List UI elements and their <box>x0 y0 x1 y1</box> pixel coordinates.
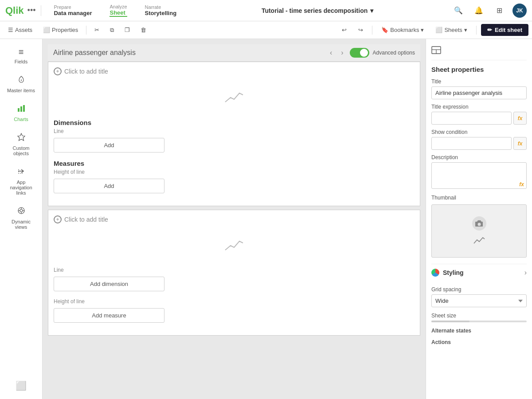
title-expression-fx-button[interactable]: fx <box>513 112 527 125</box>
sidebar-item-custom-objects[interactable]: Custom objects <box>3 128 40 160</box>
plus-icon-1: + <box>54 67 62 75</box>
user-avatar[interactable]: JK <box>512 4 527 18</box>
sidebar-bottom-area: ⬜ <box>3 376 40 395</box>
thumbnail-chart-icon <box>473 236 485 246</box>
sidebar-item-bottom[interactable]: ⬜ <box>3 376 40 395</box>
description-textarea[interactable] <box>431 162 527 189</box>
nav-narrate[interactable]: Narrate Storytelling <box>138 4 184 16</box>
assets-icon: ☰ <box>8 27 13 33</box>
copy-button[interactable]: ⧉ <box>106 25 118 35</box>
description-field-wrap: fx <box>431 162 527 190</box>
nav-analyze[interactable]: Analyze Sheet <box>102 4 134 17</box>
sheet-properties-title: Sheet properties <box>431 66 527 73</box>
redo-icon: ↪ <box>358 27 363 33</box>
measures-heading-1: Measures <box>54 160 415 167</box>
grid-spacing-select[interactable]: Wide Medium Narrow <box>431 294 527 307</box>
sidebar-item-charts[interactable]: Charts <box>3 99 40 126</box>
add-dimension-button-1[interactable]: Add <box>54 138 164 153</box>
sheet-prev-button[interactable]: ‹ <box>327 48 335 58</box>
advanced-options-toggle[interactable]: Advanced options <box>350 48 415 58</box>
dimensions-section-2: Line Add dimension <box>54 267 415 291</box>
nav-analyze-name: Sheet <box>110 9 127 17</box>
styling-chevron-icon: › <box>524 269 527 277</box>
dynamic-views-icon <box>17 206 26 217</box>
grid-spacing-label: Grid spacing <box>431 286 527 293</box>
sidebar-item-charts-label: Charts <box>14 117 28 122</box>
height-label-2: Height of line <box>54 298 415 305</box>
top-navigation: Qlik ••• Prepare Data manager Analyze Sh… <box>0 0 532 21</box>
assets-button[interactable]: ☰ Assets <box>4 25 37 35</box>
nav-divider-1 <box>41 5 41 16</box>
toolbar-separator-3 <box>476 26 477 35</box>
panel-layout-icon[interactable] <box>431 47 441 56</box>
title-input[interactable] <box>431 86 527 99</box>
show-condition-label: Show condition <box>431 129 527 135</box>
thumbnail-camera-icon <box>471 215 487 233</box>
sidebar-item-fields[interactable]: ≡ Fields <box>3 43 40 69</box>
add-measure-button-1[interactable]: Add <box>54 179 164 193</box>
sidebar-item-master-items-label: Master items <box>7 88 35 93</box>
svg-rect-0 <box>18 108 20 112</box>
notifications-button[interactable]: 🔔 <box>472 4 486 18</box>
chart-placeholder-1 <box>54 81 415 119</box>
styling-section-header[interactable]: Styling › <box>431 264 527 281</box>
search-button[interactable]: 🔍 <box>451 4 466 18</box>
undo-button[interactable]: ↩ <box>337 25 351 35</box>
master-items-icon <box>17 75 26 86</box>
app-title[interactable]: Tutorial - time series decomposition ▾ <box>187 7 448 14</box>
dimensions-sub-1: Line <box>54 128 415 134</box>
fields-icon: ≡ <box>19 47 24 57</box>
copy-icon: ⧉ <box>110 27 114 34</box>
toolbar-right-group: ↩ ↪ 🔖 Bookmarks ▾ ⬜ Sheets ▾ ✏ Edit shee… <box>337 24 528 36</box>
top-icon-bar: 🔍 🔔 ⊞ JK <box>451 4 527 18</box>
left-sidebar: ≡ Fields Master items Charts <box>0 39 43 399</box>
dimensions-section-1: Dimensions Line Add <box>54 119 415 153</box>
add-dimension-button-2[interactable]: Add dimension <box>54 277 164 291</box>
sidebar-item-app-nav-links[interactable]: App navigation links <box>3 162 40 200</box>
add-title-bar-2[interactable]: + Click to add title <box>54 215 415 223</box>
paste-button[interactable]: ❐ <box>120 25 134 35</box>
delete-icon: 🗑 <box>141 27 146 33</box>
plus-icon-2: + <box>54 215 62 223</box>
sidebar-item-dynamic-views-label: Dynamic views <box>5 219 37 230</box>
thumbnail-box[interactable] <box>431 204 527 258</box>
show-condition-input[interactable] <box>431 137 512 150</box>
bottom-icon: ⬜ <box>16 380 27 391</box>
sheets-button[interactable]: ⬜ Sheets ▾ <box>431 25 471 35</box>
advanced-options-switch[interactable] <box>350 48 369 58</box>
cut-button[interactable]: ✂ <box>90 25 104 35</box>
undo-icon: ↩ <box>342 27 347 33</box>
description-fx-button[interactable]: fx <box>519 181 524 188</box>
properties-button[interactable]: ⬜ Properties <box>39 25 82 35</box>
qlik-menu-dots[interactable]: ••• <box>27 6 36 15</box>
show-condition-fx-button[interactable]: fx <box>513 137 527 150</box>
grid-menu-button[interactable]: ⊞ <box>492 4 506 18</box>
qlik-logo[interactable]: Qlik <box>5 5 24 16</box>
bookmarks-button[interactable]: 🔖 Bookmarks ▾ <box>377 25 428 35</box>
nav-prepare[interactable]: Prepare Data manager <box>47 4 99 16</box>
main-layout: ≡ Fields Master items Charts <box>0 39 532 399</box>
properties-icon: ⬜ <box>43 27 50 33</box>
app-nav-links-icon <box>17 167 26 178</box>
thumbnail-label: Thumbnail <box>431 195 527 201</box>
svg-point-6 <box>20 209 23 212</box>
paste-icon: ❐ <box>125 27 130 33</box>
sheet-next-button[interactable]: › <box>338 48 346 58</box>
toolbar-separator-2 <box>372 26 372 35</box>
center-content: Airline passenger analysis ‹ › Advanced … <box>43 39 426 399</box>
redo-button[interactable]: ↪ <box>354 25 368 35</box>
qlik-logo-text: Qlik <box>5 5 24 16</box>
sheet-size-bar <box>431 321 527 322</box>
sheet-size-label: Sheet size <box>431 313 527 319</box>
panel-icon-bar <box>431 44 527 60</box>
delete-button[interactable]: 🗑 <box>136 25 151 35</box>
nav-narrate-label: Narrate <box>145 4 177 10</box>
svg-rect-2 <box>23 105 25 112</box>
title-expression-input[interactable] <box>431 112 512 125</box>
add-measure-button-2[interactable]: Add measure <box>54 308 164 323</box>
edit-sheet-button[interactable]: ✏ Edit sheet <box>481 24 528 36</box>
sidebar-item-dynamic-views[interactable]: Dynamic views <box>3 202 40 234</box>
styling-color-dot <box>431 269 439 277</box>
add-title-bar-1[interactable]: + Click to add title <box>54 67 415 75</box>
sidebar-item-master-items[interactable]: Master items <box>3 70 40 98</box>
